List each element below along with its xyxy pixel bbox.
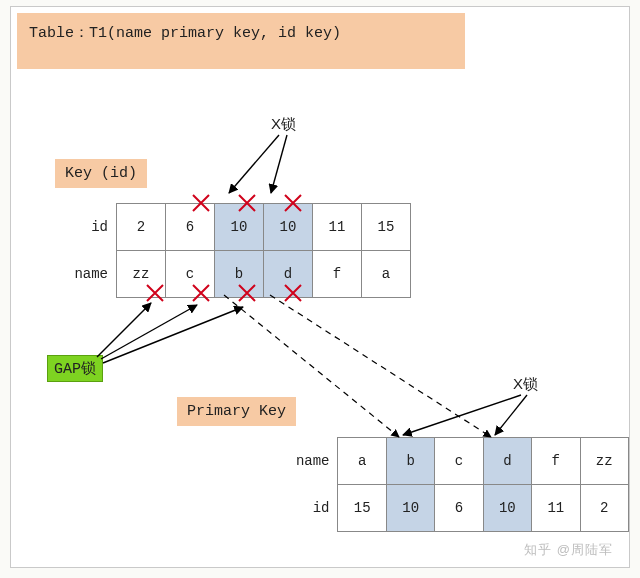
table-row: name a b c d f zz xyxy=(269,438,629,485)
index-table: id 2 6 10 10 11 15 name zz c b d f a xyxy=(47,203,411,298)
row-header: name xyxy=(269,438,338,485)
key-id-label: Key (id) xyxy=(55,159,147,188)
table-row: name zz c b d f a xyxy=(47,251,411,298)
xlock-bottom-arrows xyxy=(403,395,527,435)
table-definition-banner: Table：T1(name primary key, id key) xyxy=(17,13,465,69)
diagram-frame: Table：T1(name primary key, id key) Key (… xyxy=(10,6,630,568)
primary-key-label: Primary Key xyxy=(177,397,296,426)
xlock-top-arrows xyxy=(229,135,287,193)
xlock-bottom-label: X锁 xyxy=(513,375,538,394)
xlock-top-label: X锁 xyxy=(271,115,296,134)
table-row: id 15 10 6 10 11 2 xyxy=(269,485,629,532)
table-definition-text: Table：T1(name primary key, id key) xyxy=(29,25,341,42)
watermark: 知乎 @周陆军 xyxy=(524,541,613,559)
row-header: name xyxy=(47,251,117,298)
row-header: id xyxy=(269,485,338,532)
gap-lock-label: GAP锁 xyxy=(47,355,103,382)
gap-lock-arrows xyxy=(97,303,243,363)
primary-table: name a b c d f zz id 15 10 6 10 11 2 xyxy=(269,437,629,532)
table-row: id 2 6 10 10 11 15 xyxy=(47,204,411,251)
row-header: id xyxy=(47,204,117,251)
